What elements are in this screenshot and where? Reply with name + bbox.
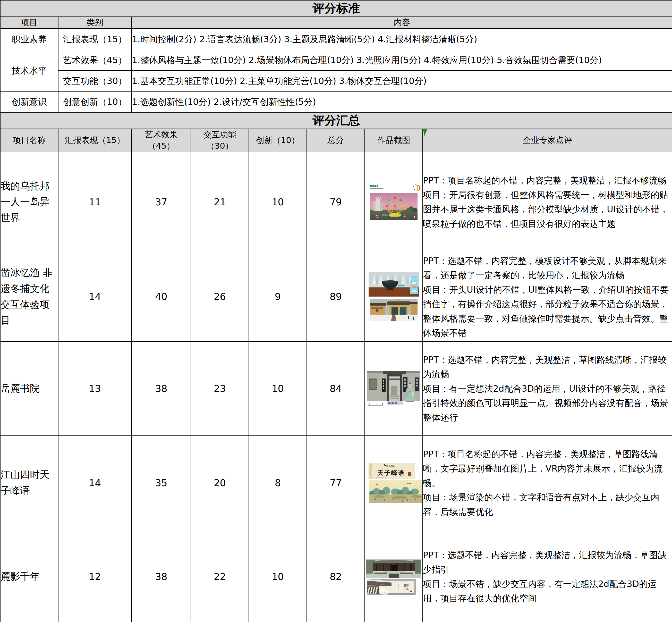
total-score-cell[interactable]: 84: [307, 341, 365, 436]
wall-text-line1: 麓影: [403, 584, 409, 587]
table-row: 我的乌托邦一人一岛异世界 11 37 21 10 79: [0, 152, 672, 252]
summary-header-comment[interactable]: 企业专家点评: [423, 129, 672, 152]
criteria-project-cell[interactable]: 职业素养: [0, 29, 58, 50]
criteria-row: 技术水平 艺术效果（45） 1.整体风格与主题一致(10分) 2.场景物体布局合…: [0, 50, 672, 71]
interaction-score-cell[interactable]: 22: [191, 530, 249, 622]
criteria-content-cell[interactable]: 1.整体风格与主题一致(10分) 2.场景物体布局合理(10分) 3.光照应用(…: [132, 50, 672, 71]
table-row: 凿冰忆渔 非遗冬捕文化交互体验项目 14 40 26 9 89: [0, 252, 672, 341]
interaction-score-cell[interactable]: 21: [191, 152, 249, 252]
summary-header-interaction[interactable]: 交互功能（30）: [191, 129, 249, 152]
expert-comment-cell[interactable]: PPT：选题不错，内容完整，美观整洁，汇报较为流畅，草图缺少指引 项目：场景不错…: [423, 530, 672, 622]
screenshot-utopia-park: [365, 182, 422, 222]
innovation-score-cell[interactable]: 8: [249, 436, 307, 530]
screenshot-landscape-painting: [369, 480, 422, 503]
screenshot-cell[interactable]: [365, 341, 423, 436]
table-row: 江山四时天子峰语 14 35 20 8 77 江山四时 天子峰语: [0, 436, 672, 530]
expert-comment-cell[interactable]: PPT：选题不错，内容完整，模板设计不够美观，从脚本规划来看，还是做了一定考察的…: [423, 252, 672, 341]
project-name-cell[interactable]: 江山四时天子峰语: [0, 436, 58, 530]
project-name-cell[interactable]: 凿冰忆渔 非遗冬捕文化交互体验项目: [0, 252, 58, 341]
table-row: 麓影千年 12 38 22 10 82: [0, 530, 672, 622]
interaction-score-cell[interactable]: 26: [191, 252, 249, 341]
screenshot-cell[interactable]: 麓影 千年: [365, 530, 423, 622]
screenshot-tianzi-title-card: 江山四时 天子峰语: [368, 463, 415, 479]
screenshot-cell[interactable]: 江山四时 天子峰语: [365, 436, 423, 530]
summary-header-name[interactable]: 项目名称: [0, 129, 58, 152]
project-name-cell[interactable]: 我的乌托邦一人一岛异世界: [0, 152, 58, 252]
comment-flag-icon: [423, 129, 427, 136]
criteria-category-cell[interactable]: 艺术效果（45）: [58, 50, 132, 71]
report-score-cell[interactable]: 14: [58, 252, 132, 341]
criteria-row: 创新意识 创意创新（10） 1.选题创新性(10分) 2.设计/交互创新性性(5…: [0, 92, 672, 112]
criteria-project-cell[interactable]: 创新意识: [0, 92, 58, 112]
title-card-subtitle: 江山四时: [386, 465, 395, 468]
title-card-calligraphy: 天子峰语: [377, 469, 405, 476]
innovation-score-cell[interactable]: 10: [249, 341, 307, 436]
innovation-score-cell[interactable]: 9: [249, 252, 307, 341]
report-score-cell[interactable]: 14: [58, 436, 132, 530]
art-score-cell[interactable]: 38: [132, 341, 191, 436]
criteria-content-cell[interactable]: 1.时间控制(2分) 2.语言表达流畅(3分) 3.主题及思路清晰(5分) 4.…: [132, 29, 672, 50]
art-score-cell[interactable]: 38: [132, 530, 191, 622]
screenshot-winter-courtyard: [370, 299, 418, 321]
innovation-score-cell[interactable]: 10: [249, 530, 307, 622]
screenshot-cell[interactable]: [365, 152, 423, 252]
interaction-score-cell[interactable]: 23: [191, 341, 249, 436]
expert-comment-cell[interactable]: PPT：项目名称起的不错，内容完整，美观整洁，草图路线清晰，文字最好别叠加在图片…: [423, 436, 672, 530]
total-score-cell[interactable]: 89: [307, 252, 365, 341]
expert-comment-cell[interactable]: PPT：项目名称起的不错，内容完整，美观整洁，汇报不够流畅 项目：开局很有创意，…: [423, 152, 672, 252]
wall-text-line2: 千年: [403, 587, 409, 591]
summary-header-screenshot[interactable]: 作品截图: [365, 129, 423, 152]
summary-header-total[interactable]: 总分: [307, 129, 365, 152]
total-score-cell[interactable]: 77: [307, 436, 365, 530]
report-score-cell[interactable]: 11: [58, 152, 132, 252]
summary-section-title: 评分汇总: [0, 112, 672, 129]
total-score-cell[interactable]: 82: [307, 530, 365, 622]
summary-header-comment-label: 企业专家点评: [523, 135, 572, 145]
score-sheet-table: 评分标准 项目 类别 内容 职业素养 汇报表现（15） 1.时间控制(2分) 2…: [0, 0, 672, 622]
table-row: 岳麓书院 13 38 23 10 84: [0, 341, 672, 436]
summary-header-innovation[interactable]: 创新（10）: [249, 129, 307, 152]
expert-comment-cell[interactable]: PPT：选题不错，内容完整，美观整洁，草图路线清晰，汇报较为流畅 项目：有一定想…: [423, 341, 672, 436]
criteria-header-content[interactable]: 内容: [132, 17, 672, 29]
screenshot-cell[interactable]: [365, 252, 423, 341]
screenshot-ice-fishing-pot: [368, 272, 419, 297]
criteria-header-project[interactable]: 项目: [0, 17, 58, 29]
screenshot-academy-building: [366, 559, 421, 578]
criteria-header-category[interactable]: 类别: [58, 17, 132, 29]
report-score-cell[interactable]: 13: [58, 341, 132, 436]
criteria-category-cell[interactable]: 创意创新（10）: [58, 92, 132, 112]
criteria-row: 交互功能（30） 1.基本交互功能正常(10分) 2.主菜单功能完善(10分) …: [0, 71, 672, 92]
screenshot-academy-gate: [365, 371, 422, 406]
screenshot-luying-wall: 麓影 千年: [367, 579, 416, 595]
criteria-category-cell[interactable]: 交互功能（30）: [58, 71, 132, 92]
summary-header-report[interactable]: 汇报表现（15）: [58, 129, 132, 152]
total-score-cell[interactable]: 79: [307, 152, 365, 252]
criteria-row: 职业素养 汇报表现（15） 1.时间控制(2分) 2.语言表达流畅(3分) 3.…: [0, 29, 672, 50]
interaction-score-cell[interactable]: 20: [191, 436, 249, 530]
project-name-cell[interactable]: 岳麓书院: [0, 341, 58, 436]
criteria-category-cell[interactable]: 汇报表现（15）: [58, 29, 132, 50]
project-name-cell[interactable]: 麓影千年: [0, 530, 58, 622]
innovation-score-cell[interactable]: 10: [249, 152, 307, 252]
criteria-section-title: 评分标准: [0, 0, 672, 17]
art-score-cell[interactable]: 40: [132, 252, 191, 341]
art-score-cell[interactable]: 37: [132, 152, 191, 252]
report-score-cell[interactable]: 12: [58, 530, 132, 622]
summary-header-art[interactable]: 艺术效果（45）: [132, 129, 191, 152]
criteria-content-cell[interactable]: 1.基本交互功能正常(10分) 2.主菜单功能完善(10分) 3.物体交互合理(…: [132, 71, 672, 92]
art-score-cell[interactable]: 35: [132, 436, 191, 530]
criteria-project-cell[interactable]: 技术水平: [0, 50, 58, 92]
criteria-content-cell[interactable]: 1.选题创新性(10分) 2.设计/交互创新性性(5分): [132, 92, 672, 112]
